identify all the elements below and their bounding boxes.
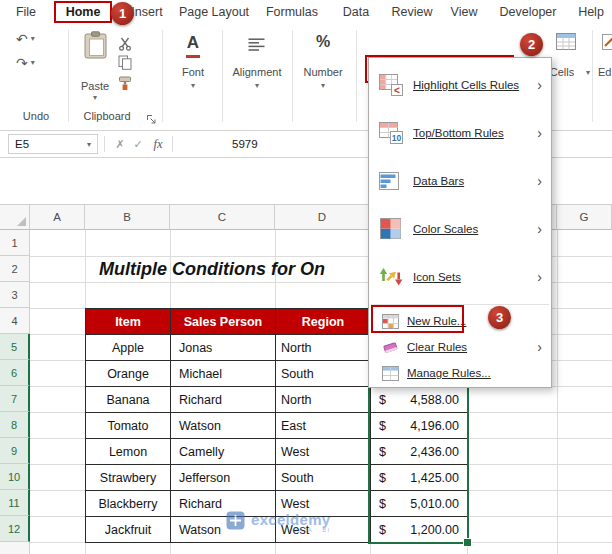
tab-file[interactable]: File	[10, 0, 42, 25]
tab-home[interactable]: Home	[54, 1, 112, 23]
number-group-label[interactable]: Number	[298, 66, 348, 78]
table-cell[interactable]: Richard	[171, 387, 276, 413]
table-cell[interactable]: Camelly	[171, 439, 276, 465]
table-cell[interactable]: North	[276, 335, 371, 361]
menu-item-data-bars[interactable]: Data Bars ›	[369, 157, 551, 205]
font-letter-icon[interactable]: A	[182, 33, 204, 53]
currency-symbol: $	[379, 523, 386, 537]
divider	[172, 136, 173, 152]
currency-symbol: $	[379, 445, 386, 459]
table-header-cell[interactable]: Region	[276, 309, 371, 335]
table-cell[interactable]: South	[276, 361, 371, 387]
column-header-g[interactable]: G	[557, 204, 612, 230]
row-header-4[interactable]: 4	[0, 308, 30, 334]
table-header-cell[interactable]: Sales Person	[171, 309, 276, 335]
table-cell[interactable]: $1,200.00	[371, 517, 468, 543]
table-cell[interactable]: Jefferson	[171, 465, 276, 491]
enter-icon[interactable]: ✓	[130, 134, 146, 154]
table-cell[interactable]: Jonas	[171, 335, 276, 361]
menu-item-icon-sets[interactable]: Icon Sets ›	[369, 253, 551, 301]
menu-item-highlight-cells-rules[interactable]: < Highlight Cells Rules ›	[369, 61, 551, 109]
table-header-cell[interactable]: Item	[86, 309, 171, 335]
alignment-group-label[interactable]: Alignment	[228, 66, 286, 78]
tab-page-layout[interactable]: Page Layout	[176, 0, 252, 25]
table-cell[interactable]: Michael	[171, 361, 276, 387]
alignment-icon[interactable]	[248, 37, 265, 55]
table-cell[interactable]: $5,010.00	[371, 491, 468, 517]
table-cell[interactable]: Orange	[86, 361, 171, 387]
tab-view[interactable]: View	[446, 0, 482, 25]
cut-button[interactable]	[118, 36, 132, 55]
row-header-1[interactable]: 1	[0, 230, 30, 256]
redo-button[interactable]: ↷ ▾	[16, 56, 35, 70]
table-cell[interactable]: West	[276, 439, 371, 465]
format-painter-button[interactable]	[118, 76, 132, 95]
formula-input[interactable]: 5979	[232, 134, 258, 154]
tab-data[interactable]: Data	[338, 0, 374, 25]
row-header-5[interactable]: 5	[0, 334, 30, 360]
name-box[interactable]: E5 ▾	[8, 134, 98, 154]
table-cell[interactable]: Lemon	[86, 439, 171, 465]
chevron-down-icon[interactable]: ▾	[583, 68, 593, 77]
paste-button[interactable]	[84, 31, 107, 63]
table-cell[interactable]: East	[276, 413, 371, 439]
select-all-corner[interactable]	[0, 204, 30, 230]
editing-icon[interactable]	[602, 34, 612, 54]
table-cell[interactable]: Blackberry	[86, 491, 171, 517]
row-header-9[interactable]: 9	[0, 438, 30, 464]
menu-separator	[371, 304, 549, 305]
tab-help[interactable]: Help	[574, 0, 608, 25]
row-header-6[interactable]: 6	[0, 360, 30, 386]
row-header-11[interactable]: 11	[0, 490, 30, 516]
row-header-2[interactable]: 2	[0, 256, 30, 282]
chevron-down-icon[interactable]: ▾	[74, 93, 116, 102]
tab-developer[interactable]: Developer	[496, 0, 560, 25]
chevron-down-icon[interactable]: ▾	[228, 81, 286, 90]
editing-group-label[interactable]: Ed	[598, 66, 612, 78]
paste-label[interactable]: Paste	[74, 80, 116, 92]
row-header-8[interactable]: 8	[0, 412, 30, 438]
undo-button[interactable]: ↶ ▾	[16, 32, 35, 46]
table-cell[interactable]: Jackfruit	[86, 517, 171, 543]
table-cell[interactable]: Strawbery	[86, 465, 171, 491]
menu-item-color-scales[interactable]: Color Scales ›	[369, 205, 551, 253]
font-group-label[interactable]: Font	[171, 66, 215, 78]
cell-value: 5,010.00	[410, 497, 459, 511]
table-cell[interactable]: $4,196.00	[371, 413, 468, 439]
table-cell[interactable]: $2,436.00	[371, 439, 468, 465]
table-cell[interactable]: Tomato	[86, 413, 171, 439]
column-header-d[interactable]: D	[275, 204, 370, 230]
copy-button[interactable]	[118, 55, 132, 74]
table-cell[interactable]: South	[276, 465, 371, 491]
row-header-13[interactable]	[0, 542, 30, 554]
column-header-a[interactable]: A	[30, 204, 85, 230]
table-cell[interactable]: Watson	[171, 413, 276, 439]
chevron-down-icon[interactable]: ▾	[298, 81, 348, 90]
chevron-down-icon[interactable]: ▾	[171, 81, 215, 90]
sheet-title-cell[interactable]: Multiple Conditions for On	[99, 256, 325, 282]
row-header-12[interactable]: 12	[0, 516, 30, 542]
percent-icon[interactable]: %	[312, 33, 334, 51]
highlight-cells-rules-icon: <	[377, 74, 405, 96]
menu-item-manage-rules[interactable]: Manage Rules...	[369, 360, 551, 386]
menu-item-clear-rules[interactable]: Clear Rules ›	[369, 334, 551, 360]
tab-formulas[interactable]: Formulas	[262, 0, 322, 25]
fill-handle[interactable]	[463, 538, 472, 547]
menu-item-top-bottom-rules[interactable]: 10 Top/Bottom Rules ›	[369, 109, 551, 157]
table-cell[interactable]: $1,425.00	[371, 465, 468, 491]
menu-item-new-rule[interactable]: New Rule...	[369, 308, 551, 334]
tab-review[interactable]: Review	[388, 0, 436, 25]
row-header-10[interactable]: 10	[0, 464, 30, 490]
table-cell[interactable]: $4,588.00	[371, 387, 468, 413]
table-cell[interactable]: North	[276, 387, 371, 413]
cancel-icon[interactable]: ✗	[112, 134, 128, 154]
cells-icon[interactable]	[556, 33, 576, 55]
clipboard-dialog-launcher-icon[interactable]	[146, 111, 157, 129]
table-cell[interactable]: Apple	[86, 335, 171, 361]
row-header-7[interactable]: 7	[0, 386, 30, 412]
insert-function-icon[interactable]: fx	[149, 134, 167, 154]
table-cell[interactable]: Banana	[86, 387, 171, 413]
column-header-b[interactable]: B	[85, 204, 170, 230]
row-header-3[interactable]: 3	[0, 282, 30, 308]
column-header-c[interactable]: C	[170, 204, 275, 230]
